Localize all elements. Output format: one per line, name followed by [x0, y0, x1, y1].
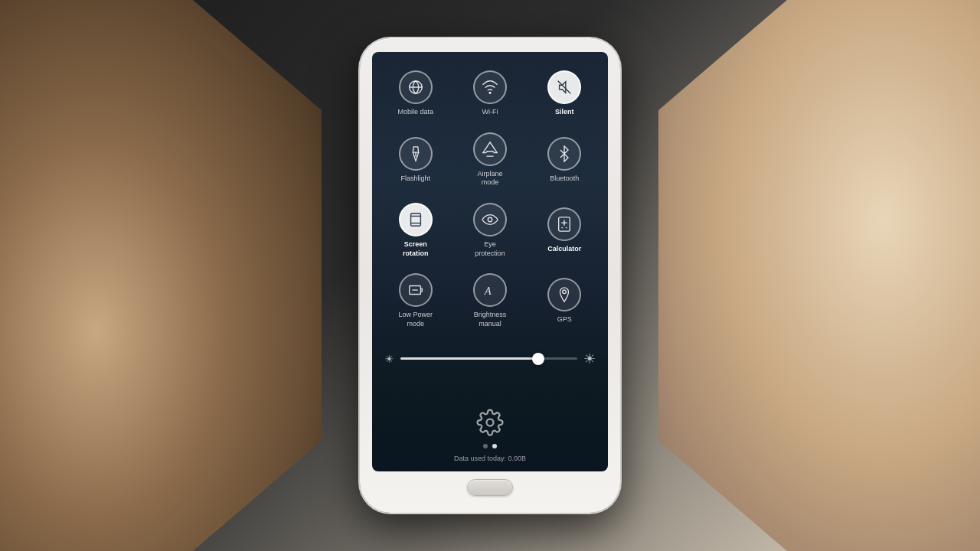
bluetooth-icon-circle — [547, 137, 581, 171]
brightness-track[interactable] — [400, 357, 577, 360]
qs-item-mobile-data[interactable]: Mobile data — [380, 64, 451, 123]
qs-item-gps[interactable]: GPS — [529, 267, 600, 334]
scene: Mobile data Wi-Fi Silent — [0, 0, 980, 551]
brightness-min-icon: ☀ — [384, 353, 394, 365]
qs-item-screen-rotation[interactable]: Screenrotation — [380, 197, 451, 264]
page-dot-1 — [483, 444, 488, 448]
silent-icon-circle — [547, 70, 581, 104]
svg-point-1 — [489, 92, 491, 93]
qs-item-airplane[interactable]: Airplanemode — [454, 126, 525, 194]
calculator-icon-circle — [547, 207, 581, 241]
screen-rotation-label: Screenrotation — [403, 240, 429, 258]
qs-item-wifi[interactable]: Wi-Fi — [454, 64, 525, 123]
mobile-data-label: Mobile data — [397, 108, 433, 117]
screen-rotation-icon-circle — [399, 203, 433, 236]
hand-left — [0, 0, 322, 551]
eye-protection-icon-circle — [473, 203, 507, 236]
brightness-thumb[interactable] — [532, 353, 544, 365]
wifi-icon-circle — [473, 70, 507, 104]
qs-item-eye-protection[interactable]: Eyeprotection — [454, 197, 525, 264]
low-power-icon-circle — [399, 273, 433, 307]
wifi-label: Wi-Fi — [482, 108, 498, 117]
brightness-manual-icon-circle: A — [473, 273, 507, 307]
mobile-data-icon-circle — [399, 70, 433, 104]
svg-point-6 — [488, 217, 492, 222]
brightness-row: ☀ ☀ — [372, 344, 608, 373]
brightness-max-icon: ☀ — [583, 350, 596, 367]
qs-item-bluetooth[interactable]: Bluetooth — [529, 126, 600, 194]
home-button[interactable] — [467, 479, 513, 496]
svg-point-15 — [563, 290, 567, 294]
qs-item-silent[interactable]: Silent — [529, 64, 600, 123]
phone-screen: Mobile data Wi-Fi Silent — [372, 52, 608, 471]
low-power-label: Low Powermode — [398, 311, 433, 328]
qs-item-flashlight[interactable]: Flashlight — [380, 126, 451, 194]
gps-icon-circle — [547, 278, 581, 311]
settings-gear-icon[interactable] — [476, 409, 504, 436]
gps-label: GPS — [557, 315, 572, 324]
phone-bottom: Data used today: 0.00B — [372, 377, 608, 471]
page-dot-2 — [492, 444, 497, 448]
eye-protection-label: Eyeprotection — [475, 240, 505, 258]
calculator-label: Calculator — [547, 245, 581, 254]
svg-rect-5 — [410, 214, 420, 227]
brightness-manual-label: Brightnessmanual — [474, 311, 507, 328]
svg-text:A: A — [484, 285, 492, 297]
airplane-label: Airplanemode — [477, 170, 502, 187]
quick-settings-grid: Mobile data Wi-Fi Silent — [372, 52, 608, 341]
silent-label: Silent — [555, 108, 574, 117]
hand-right — [658, 0, 980, 551]
airplane-icon-circle — [473, 132, 507, 166]
bluetooth-label: Bluetooth — [550, 174, 579, 184]
flashlight-icon-circle — [399, 137, 433, 171]
brightness-fill — [400, 357, 538, 360]
qs-item-calculator[interactable]: Calculator — [529, 197, 600, 264]
phone: Mobile data Wi-Fi Silent — [360, 38, 620, 513]
flashlight-label: Flashlight — [400, 174, 430, 184]
data-used-label: Data used today: 0.00B — [454, 455, 526, 462]
page-dots — [483, 444, 497, 448]
qs-item-low-power[interactable]: Low Powermode — [380, 267, 451, 334]
qs-item-brightness-manual[interactable]: A Brightnessmanual — [454, 267, 525, 334]
